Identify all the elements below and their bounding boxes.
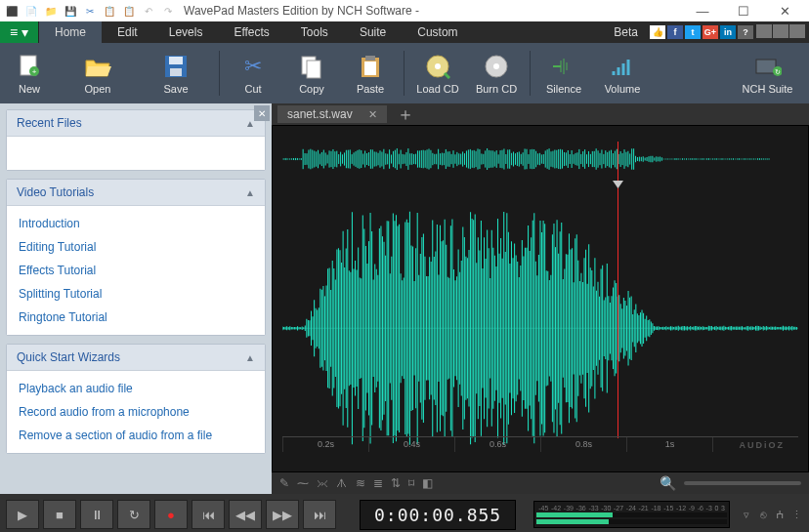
loop-button[interactable]: ↻ <box>117 500 150 529</box>
tutorial-link[interactable]: Introduction <box>11 212 261 235</box>
time-ruler: 0.2s 0.4s 0.6s 0.8s 1s <box>282 436 798 452</box>
paste-button[interactable]: Paste <box>341 43 400 103</box>
twitter-icon[interactable]: t <box>685 25 701 39</box>
rewind-button[interactable]: ◀◀ <box>229 500 262 529</box>
silence-button[interactable]: Silence <box>534 43 593 103</box>
tab-beta[interactable]: Beta <box>604 21 648 43</box>
minimize-button[interactable]: — <box>682 0 723 21</box>
tool-e-icon[interactable]: ⌑ <box>408 476 414 490</box>
linkedin-icon[interactable]: in <box>720 25 736 39</box>
meter-opt3-icon[interactable]: ⵄ <box>773 501 787 528</box>
ribbon: +New Open Save ✂Cut Copy Paste Load CD B… <box>0 43 809 103</box>
loadcd-button[interactable]: Load CD <box>408 43 467 103</box>
maximize-button[interactable]: ☐ <box>723 0 764 21</box>
svg-text:↻: ↻ <box>775 68 781 75</box>
qa-new-icon[interactable]: 📄 <box>23 3 39 19</box>
tool-b-icon[interactable]: ≋ <box>356 476 365 490</box>
save-disk-icon <box>162 53 190 80</box>
tutorial-link[interactable]: Effects Tutorial <box>11 259 261 282</box>
tool-pencil-icon[interactable]: ✎ <box>279 476 289 490</box>
wizards-title: Quick Start Wizards <box>17 350 120 364</box>
window-title: WavePad Masters Edition by NCH Software … <box>184 4 419 18</box>
tutorial-link[interactable]: Splitting Tutorial <box>11 282 261 306</box>
nchsuite-button[interactable]: ↻NCH Suite <box>726 43 809 103</box>
waveform-area[interactable]: 0.2s 0.4s 0.6s 0.8s 1s <box>272 125 809 472</box>
tab-levels[interactable]: Levels <box>153 21 219 43</box>
pause-button[interactable]: ⏸ <box>80 500 113 529</box>
new-button[interactable]: +New <box>0 43 59 103</box>
volume-button[interactable]: Volume <box>593 43 652 103</box>
recent-files-title: Recent Files <box>17 116 82 130</box>
tab-custom[interactable]: Custom <box>402 21 473 43</box>
qa-cut-icon[interactable]: ✂ <box>82 3 98 19</box>
meter-opt2-icon[interactable]: ⎋ <box>756 501 770 528</box>
qa-paste-icon[interactable]: 📋 <box>121 3 137 19</box>
scissors-icon: ✂ <box>239 53 267 80</box>
wizard-link[interactable]: Playback an audio file <box>11 377 261 400</box>
tool-d-icon[interactable]: ⇅ <box>391 476 401 490</box>
stop-button[interactable]: ■ <box>43 500 76 529</box>
wizard-link[interactable]: Record audio from a microphone <box>11 400 261 424</box>
add-tab-button[interactable]: ＋ <box>397 102 414 126</box>
file-menu-button[interactable]: ≡ ▾ <box>0 21 39 43</box>
open-button[interactable]: Open <box>59 43 137 103</box>
waveform-overview[interactable] <box>282 147 771 171</box>
copy-button[interactable]: Copy <box>282 43 341 103</box>
tool-a-icon[interactable]: ⩚ <box>336 476 348 490</box>
skip-end-button[interactable]: ⏭ <box>303 500 336 529</box>
save-button[interactable]: Save <box>137 43 215 103</box>
mini-btn-2[interactable] <box>773 24 788 38</box>
svg-rect-9 <box>365 56 375 61</box>
tab-edit[interactable]: Edit <box>102 21 153 43</box>
svg-rect-10 <box>364 61 376 75</box>
play-button[interactable]: ▶ <box>6 500 39 529</box>
cut-button[interactable]: ✂Cut <box>224 43 282 103</box>
tutorial-link[interactable]: Editing Tutorial <box>11 235 261 259</box>
tool-c-icon[interactable]: ≣ <box>373 476 383 490</box>
tool-freq-icon[interactable]: ⩙ <box>317 476 328 490</box>
skip-start-button[interactable]: ⏮ <box>192 500 225 529</box>
googleplus-icon[interactable]: G+ <box>703 25 718 39</box>
sidebar-close-icon[interactable]: ✕ <box>254 105 270 121</box>
waveform-main[interactable] <box>282 194 798 463</box>
qa-undo-icon[interactable]: ↶ <box>141 3 156 19</box>
recent-files-panel: Recent Files▲ <box>6 109 266 171</box>
mini-btn-3[interactable] <box>789 24 805 38</box>
zoom-icon[interactable]: 🔍 <box>660 475 676 491</box>
tab-home[interactable]: Home <box>39 21 102 43</box>
file-tab-close-icon[interactable]: ✕ <box>368 108 377 121</box>
silence-icon <box>550 53 577 80</box>
record-button[interactable]: ● <box>154 500 188 529</box>
help-icon[interactable]: ? <box>738 25 753 39</box>
qa-save-icon[interactable]: 💾 <box>63 3 78 19</box>
file-tab[interactable]: sanet.st.wav✕ <box>277 105 387 123</box>
tab-effects[interactable]: Effects <box>218 21 284 43</box>
burncd-button[interactable]: Burn CD <box>467 43 526 103</box>
copy-icon <box>298 53 325 80</box>
forward-button[interactable]: ▶▶ <box>266 500 299 529</box>
sidebar: ✕ Recent Files▲ Video Tutorials▲ Introdu… <box>0 103 272 494</box>
collapse-icon[interactable]: ▲ <box>245 352 255 363</box>
thumbs-up-icon[interactable]: 👍 <box>650 25 665 39</box>
playhead[interactable] <box>617 142 618 438</box>
tool-f-icon[interactable]: ◧ <box>422 476 433 490</box>
close-button[interactable]: ✕ <box>764 0 805 21</box>
zoom-slider[interactable] <box>684 481 801 485</box>
time-mark: 0.2s <box>282 437 368 452</box>
tab-tools[interactable]: Tools <box>285 21 344 43</box>
facebook-icon[interactable]: f <box>667 25 683 39</box>
tab-suite[interactable]: Suite <box>344 21 402 43</box>
mini-btn-1[interactable] <box>756 24 772 38</box>
svg-text:+: + <box>32 67 37 76</box>
collapse-icon[interactable]: ▲ <box>245 187 255 198</box>
meter-opt4-icon[interactable]: ⋮ <box>789 501 803 528</box>
wizard-link[interactable]: Remove a section of audio from a file <box>11 424 261 447</box>
svg-point-12 <box>435 63 441 69</box>
tutorial-link[interactable]: Ringtone Tutorial <box>11 306 261 329</box>
qa-copy-icon[interactable]: 📋 <box>102 3 117 19</box>
tool-wave-icon[interactable]: ⁓ <box>297 476 309 490</box>
recent-files-body <box>7 137 265 170</box>
qa-redo-icon[interactable]: ↷ <box>160 3 176 19</box>
meter-opt1-icon[interactable]: ▿ <box>740 501 753 528</box>
qa-open-icon[interactable]: 📁 <box>43 3 59 19</box>
